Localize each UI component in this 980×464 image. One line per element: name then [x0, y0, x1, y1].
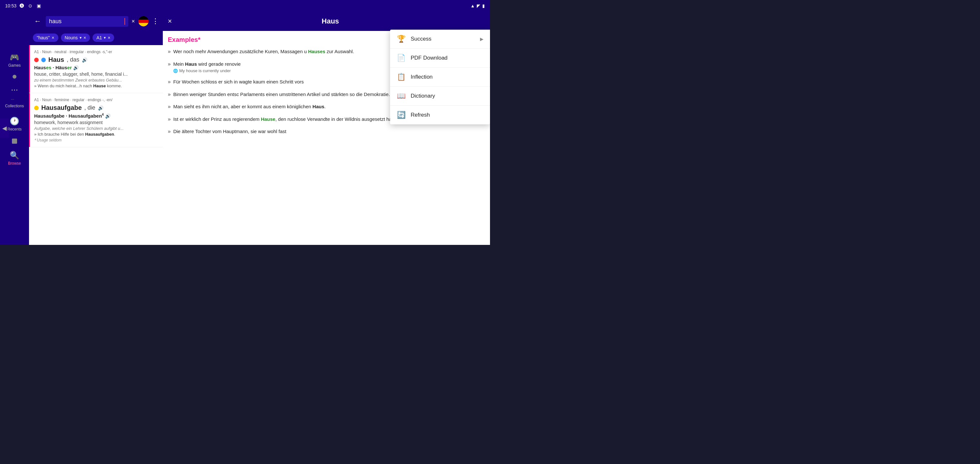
filter-nouns-label: Nouns — [65, 35, 78, 40]
dictionary-icon: 📖 — [396, 92, 406, 100]
filter-nouns-remove[interactable]: × — [83, 35, 86, 40]
pdf-icon: 📄 — [396, 54, 406, 62]
sidebar-item-collections[interactable]: ⋯⋯ Collections — [3, 83, 27, 111]
menu-item-refresh[interactable]: 🔄 Refresh — [390, 106, 490, 124]
detail-title: Haus — [176, 17, 485, 25]
success-arrow-icon: ▶ — [480, 37, 484, 41]
result-haus-meta: A1 · Noun · neutral · irregular · ending… — [34, 49, 158, 54]
filter-level-label: A1 — [96, 35, 102, 40]
menu-item-success[interactable]: 🏆 Success ▶ — [390, 30, 490, 49]
sidebar-dot — [13, 75, 16, 79]
menu-dictionary-label: Dictionary — [411, 93, 484, 99]
back-button[interactable]: ← — [33, 16, 43, 27]
context-menu: 🏆 Success ▶ 📄 PDF Download 📋 Inflection … — [390, 30, 490, 124]
example-text-3: Für Wochen schloss er sich in wagte kaum… — [173, 78, 304, 86]
result-hausaufgabe-usage: ⁴ Usage seldom — [34, 138, 158, 142]
example-text-1: Wer noch mehr Anwendungen zusätzliche Ku… — [173, 48, 354, 56]
menu-refresh-label: Refresh — [411, 112, 484, 118]
filter-level-remove[interactable]: × — [108, 35, 110, 40]
result-haus-title-row: Haus , das 🔊 — [34, 56, 158, 64]
recents-icon: 🕐 — [10, 117, 19, 126]
example-text-6: Ist er wirklich der Prinz aus regierende… — [173, 116, 402, 123]
sidebar-item-browse[interactable]: 🔍 Browse — [5, 148, 24, 168]
search-clear-button[interactable]: × — [132, 18, 135, 25]
globe-icon: 🌐 — [173, 68, 178, 73]
result-hausaufgabe-translation: homework, homework assignment — [34, 120, 158, 125]
dot-blue-icon — [41, 58, 46, 62]
result-haus-example: » Wenn du mich heirat...h nach Hause kom… — [34, 83, 158, 88]
sidebar: ◀ 🎮 Games ⋯⋯ Collections 🕐 Recents 🔍 Bro… — [0, 11, 29, 245]
example-bullet-7: » — [168, 129, 171, 134]
sidebar-browse-label: Browse — [8, 161, 21, 165]
signal-icon: ◤ — [477, 3, 480, 8]
example-7: » Die ältere Tochter vom Hauptmann, sie … — [168, 128, 485, 135]
app-container: ◀ 🎮 Games ⋯⋯ Collections 🕐 Recents 🔍 Bro… — [0, 11, 490, 245]
result-hausaufgabe-meta: A1 · Noun · feminine · regular · endings… — [34, 98, 158, 102]
inflection-icon: 📋 — [396, 73, 406, 81]
result-hausaufgabe-title-row: Hausaufgabe , die 🔊 — [34, 104, 158, 111]
example-text-2: Mein Haus wird gerade renovie — [173, 60, 240, 68]
example-bullet-1: » — [168, 49, 171, 54]
menu-item-dictionary[interactable]: 📖 Dictionary — [390, 87, 490, 106]
sidebar-collections-label: Collections — [5, 104, 24, 108]
menu-button[interactable]: ⋮ — [152, 17, 159, 25]
detail-header: × Haus — [163, 11, 490, 31]
status-right: ▲ ◤ ▮ — [470, 3, 485, 8]
example-bullet-6: » — [168, 116, 171, 122]
result-hausaufgabe-example: » Ich brauche Hilfe bei den Hausaufgaben… — [34, 132, 158, 137]
detail-panel: × Haus Examples* » Wer noch mehr Anwendu… — [163, 11, 490, 245]
filter-chip-level[interactable]: A1 ▾ × — [92, 33, 114, 42]
result-hausaufgabe[interactable]: A1 · Noun · feminine · regular · endings… — [29, 93, 163, 147]
result-haus-forms: Hauses · Häuser 🔊 — [34, 65, 158, 70]
result-haus[interactable]: A1 · Noun · neutral · irregular · ending… — [29, 45, 163, 93]
german-flag — [138, 16, 149, 26]
hausaufgabe-forms-speaker-icon[interactable]: 🔊 — [105, 113, 111, 119]
search-input-wrap — [46, 16, 128, 27]
refresh-icon: 🔄 — [396, 111, 406, 119]
example-text-5: Man sieht es ihm nicht an, aber er kommt… — [173, 103, 326, 111]
menu-item-pdf[interactable]: 📄 PDF Download — [390, 49, 490, 68]
wifi-icon: ▲ — [470, 3, 475, 8]
filter-query-remove[interactable]: × — [52, 35, 54, 40]
result-haus-def: zu einem bestimmten Zweck erbautes Gebäu… — [34, 78, 158, 83]
nav-arrow-left[interactable]: ◀ — [0, 119, 9, 138]
result-haus-word: Haus — [48, 56, 64, 64]
search-panel: ← × ⋮ "haus" × Nouns ▾ × A1 ▾ — [29, 11, 163, 245]
dot-yellow-icon — [34, 106, 39, 110]
menu-inflection-label: Inflection — [411, 74, 484, 80]
example-text-7: Die ältere Tochter vom Hauptmann, sie wa… — [173, 128, 286, 135]
detail-close-button[interactable]: × — [168, 17, 172, 25]
battery-icon: ▮ — [482, 3, 485, 8]
example-bullet-4: » — [168, 92, 171, 97]
status-bar: 10:53 🅐 ⊙ ▣ ▲ ◤ ▮ — [0, 0, 490, 11]
filter-chip-query[interactable]: "haus" × — [33, 33, 58, 42]
games-icon: 🎮 — [10, 53, 19, 62]
result-haus-translation: house, critter, slugger, shell, home, fi… — [34, 72, 158, 77]
trophy-icon: 🏆 — [396, 35, 406, 43]
flag-button[interactable] — [138, 16, 149, 26]
result-hausaufgabe-forms: Hausaufgabe · Hausaufgaben4 🔊 — [34, 113, 158, 119]
example-bullet-2: » — [168, 61, 171, 67]
status-left: 10:53 🅐 ⊙ ▣ — [5, 3, 41, 9]
result-hausaufgabe-def: Aufgabe, welche ein Lehrer Schülern aufg… — [34, 126, 158, 131]
sidebar-square — [12, 138, 17, 144]
status-time: 10:53 — [5, 3, 16, 8]
filter-level-arrow-icon: ▾ — [104, 35, 106, 40]
result-haus-article: , das — [67, 56, 79, 63]
message-icon: ▣ — [36, 3, 41, 9]
alert-icon: ⊙ — [27, 3, 33, 9]
haus-forms-speaker-icon[interactable]: 🔊 — [73, 65, 79, 70]
hausaufgabe-speaker-icon[interactable]: 🔊 — [98, 105, 103, 111]
haus-speaker-icon[interactable]: 🔊 — [82, 57, 88, 62]
filter-chip-nouns[interactable]: Nouns ▾ × — [61, 33, 90, 42]
dot-red-icon — [34, 58, 39, 62]
menu-item-inflection[interactable]: 📋 Inflection — [390, 68, 490, 87]
search-input[interactable] — [49, 18, 125, 25]
sidebar-item-games[interactable]: 🎮 Games — [6, 50, 24, 70]
sidebar-recents-label: Recents — [7, 127, 22, 132]
menu-pdf-label: PDF Download — [411, 55, 484, 61]
collections-icon: ⋯⋯ — [11, 86, 18, 102]
notification-icon: 🅐 — [19, 3, 25, 9]
filter-query-label: "haus" — [37, 35, 49, 40]
search-header: ← × ⋮ — [29, 11, 163, 31]
